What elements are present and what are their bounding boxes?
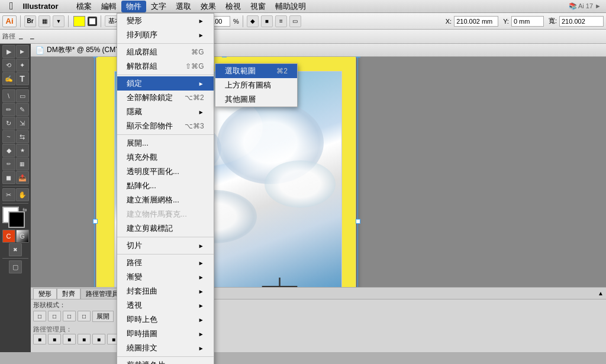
arrow-button[interactable]: ▼ [53, 15, 65, 27]
ruler-tool2[interactable]: ⎯ [30, 32, 40, 41]
shape-mode-intersect[interactable]: □ [63, 311, 76, 321]
scale-tool[interactable]: ⇲ [16, 117, 29, 130]
menu-clipping-mask[interactable]: 剪裁遮色片 ► [117, 358, 214, 364]
w-input[interactable] [559, 16, 604, 27]
menubar:  Illustrator 檔案 編輯 物件 文字 選取 效果 檢視 視窗 輔助… [0, 0, 606, 13]
bar-graph-tool[interactable]: ✏ [2, 157, 15, 170]
menu-help[interactable]: 輔助說明 [270, 1, 311, 12]
recolor-icon[interactable]: ◆ [247, 15, 259, 27]
menu-envelope-distort[interactable]: 封套扭曲 ► [117, 284, 214, 298]
menu-transform[interactable]: 變形 ► [117, 14, 214, 28]
shape-mode-exclude[interactable]: □ [78, 311, 91, 321]
paintbrush-tool[interactable]: ✏ [2, 103, 15, 116]
menu-text-wrap[interactable]: 繞圖排文 ► [117, 341, 214, 355]
rect-tool[interactable]: ▭ [16, 89, 29, 102]
align-icon[interactable]: ≡ [275, 15, 287, 27]
menu-window[interactable]: 視窗 [246, 1, 270, 12]
panel-collapse-icon[interactable]: ▲ [598, 290, 604, 297]
menu-perspective[interactable]: 透視 ► [117, 298, 214, 313]
transform-icon[interactable]: ▭ [289, 15, 301, 27]
menu-flatten-transparency[interactable]: 透明度平面化... [117, 165, 214, 179]
stroke-color-swatch[interactable] [8, 211, 25, 228]
menu-ungroup[interactable]: 解散群組 ⇧⌘G [117, 59, 214, 73]
lock-above[interactable]: 上方所有圖稿 [215, 78, 297, 92]
x-input[interactable] [454, 16, 498, 27]
menu-edit[interactable]: 編輯 [96, 1, 121, 12]
tab-align[interactable]: 對齊 [57, 288, 80, 299]
handle-mr[interactable] [356, 219, 360, 224]
stroke-color[interactable] [88, 17, 97, 26]
pen-tool[interactable]: ✍ [2, 72, 15, 85]
swap-colors-icon[interactable]: ⇆ [22, 207, 27, 212]
menu-expand[interactable]: 展開... [117, 136, 214, 150]
fill-color[interactable] [73, 16, 85, 27]
grid-view-button[interactable]: ▦ [38, 15, 50, 27]
sep-5 [117, 254, 214, 255]
mesh-tool[interactable]: ▦ [16, 157, 29, 170]
path-op-3[interactable]: ■ [63, 334, 76, 344]
magic-wand-tool[interactable]: ✦ [16, 59, 29, 72]
menu-create-trim-marks[interactable]: 建立剪裁標記 [117, 221, 214, 236]
free-transform-tool[interactable]: ⇆ [16, 130, 29, 143]
handle-ml[interactable] [93, 219, 98, 224]
menu-text[interactable]: 文字 [146, 1, 171, 12]
menu-live-paint[interactable]: 即時上色 ► [117, 313, 214, 327]
shape-mode-unite[interactable]: □ [33, 311, 46, 321]
gradient-tool[interactable]: ◼ [2, 171, 15, 184]
color-mode-btn[interactable]: C [2, 230, 15, 243]
menu-group[interactable]: 組成群組 ⌘G [117, 45, 214, 59]
menu-live-trace[interactable]: 即時描圖 ► [117, 327, 214, 341]
lock-selection[interactable]: 選取範圍 ⌘2 [215, 64, 297, 78]
menu-file[interactable]: 檔案 [72, 1, 96, 12]
none-mode-btn[interactable]: ✖ [9, 243, 22, 256]
menu-select[interactable]: 選取 [171, 1, 196, 12]
gradient-mode-btn[interactable]: G [16, 230, 29, 243]
menu-blend[interactable]: 漸變 ► [117, 270, 214, 284]
y-input[interactable] [511, 16, 544, 27]
object-dropdown-menu[interactable]: 變形 ► 排列順序 ► 組成群組 ⌘G 解散群組 ⇧⌘G 鎖定 ► 全部解除鎖定… [117, 13, 214, 364]
menu-hide[interactable]: 隱藏 ► [117, 105, 214, 119]
menu-object[interactable]: 物件 [121, 1, 146, 12]
symbol-tool[interactable]: ★ [16, 144, 29, 157]
ai-version-icon: 📚 Ai 17 ► [569, 2, 601, 10]
menu-lock[interactable]: 鎖定 ► [117, 76, 214, 91]
screen-mode-btn[interactable]: ▢ [9, 260, 22, 273]
blend-tool[interactable]: ◆ [2, 144, 15, 157]
warp-tool[interactable]: ~ [2, 130, 15, 143]
path-op-1[interactable]: ■ [33, 334, 46, 344]
ruler-tool1[interactable]: ⎯ [19, 32, 28, 41]
menu-show-all[interactable]: 顯示全部物件 ⌥⌘3 [117, 119, 214, 133]
app-name[interactable]: Illustrator [18, 1, 63, 11]
menu-expand-appearance[interactable]: 填充外觀 [117, 150, 214, 165]
direct-select-tool[interactable]: ▶ [16, 45, 29, 58]
text-tool[interactable]: T [16, 72, 29, 85]
eyedropper-tool[interactable]: 📤 [16, 171, 29, 184]
sep-2 [117, 75, 214, 75]
pencil-tool[interactable]: ✎ [16, 103, 29, 116]
lock-submenu[interactable]: 選取範圍 ⌘2 上方所有圖稿 其他圖層 [215, 63, 298, 107]
br-button[interactable]: Br [24, 15, 36, 27]
menu-slice[interactable]: 切片 ► [117, 239, 214, 253]
menu-view[interactable]: 檢視 [221, 1, 246, 12]
path-op-2[interactable]: ■ [48, 334, 61, 344]
hand-tool[interactable]: ✋ [16, 188, 29, 201]
shape-mode-minus[interactable]: □ [48, 311, 61, 321]
menu-create-gradient-mesh[interactable]: 建立漸層網格... [117, 193, 214, 207]
menu-effect[interactable]: 效果 [196, 1, 221, 12]
menu-unlock-all[interactable]: 全部解除鎖定 ⌥⌘2 [117, 91, 214, 105]
apple-menu[interactable]:  [5, 0, 18, 13]
line-tool[interactable]: \ [2, 89, 15, 102]
select-tool[interactable]: ▶ [2, 45, 15, 58]
tab-transform[interactable]: 變形 [33, 288, 57, 299]
rotate-tool[interactable]: ↻ [2, 117, 15, 130]
expand-button[interactable]: 展開 [92, 311, 114, 322]
select-same-icon[interactable]: ■ [261, 15, 273, 27]
menu-rasterize[interactable]: 點陣化... [117, 179, 214, 193]
path-op-4[interactable]: ■ [78, 334, 91, 344]
scissors-tool[interactable]: ✂ [2, 188, 15, 201]
lasso-tool[interactable]: ⟲ [2, 59, 15, 72]
menu-arrange[interactable]: 排列順序 ► [117, 28, 214, 42]
lock-other-layers[interactable]: 其他圖層 [215, 92, 297, 107]
path-op-5[interactable]: ■ [92, 334, 105, 344]
menu-path[interactable]: 路徑 ► [117, 256, 214, 270]
